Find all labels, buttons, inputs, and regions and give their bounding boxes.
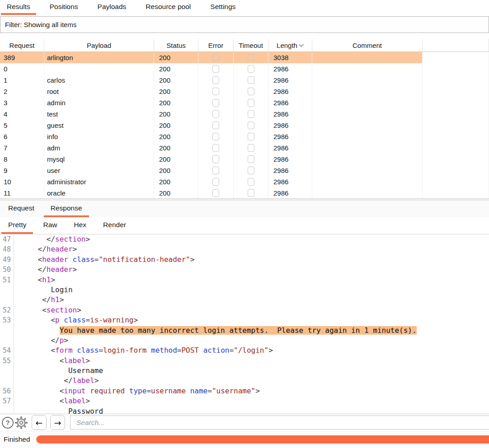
cell-status: 200 — [154, 154, 198, 165]
table-row[interactable]: 02002986 — [0, 63, 489, 75]
timeout-checkbox[interactable] — [248, 121, 254, 129]
code-line: 55 <label> — [0, 356, 489, 366]
help-icon[interactable]: ? — [2, 417, 14, 429]
cell-payload — [44, 63, 154, 75]
code-line: Login — [0, 285, 489, 295]
column-header-comment[interactable]: Comment — [312, 39, 423, 51]
error-checkbox[interactable] — [212, 144, 219, 152]
message-tab-request[interactable]: Request — [1, 201, 41, 217]
cell-request: 11 — [0, 187, 44, 199]
cell-length: 2986 — [268, 86, 312, 97]
error-checkbox[interactable] — [212, 133, 219, 140]
cell-request: 7 — [0, 142, 44, 154]
table-row[interactable]: 7adm2002986 — [0, 142, 489, 154]
timeout-checkbox[interactable] — [248, 54, 254, 61]
code-line: 49 <header class="notification-header"> — [0, 255, 489, 265]
table-row[interactable]: 10administrator2002986 — [0, 176, 489, 187]
view-tab-hex[interactable]: Hex — [67, 217, 94, 234]
tab-results[interactable]: Results — [1, 0, 36, 15]
cell-payload: arlington — [44, 52, 154, 63]
cell-comment — [312, 108, 423, 120]
view-tab-bar: PrettyRawHexRender — [0, 217, 489, 234]
timeout-checkbox[interactable] — [248, 110, 254, 118]
line-number: 51 — [0, 275, 14, 285]
timeout-checkbox[interactable] — [248, 133, 254, 140]
table-row[interactable]: 8mysql2002986 — [0, 154, 489, 165]
table-row[interactable]: 9user2002986 — [0, 165, 489, 176]
cell-length: 2986 — [268, 97, 312, 108]
timeout-checkbox[interactable] — [248, 99, 254, 107]
error-checkbox[interactable] — [212, 189, 219, 197]
table-row[interactable]: 11oracle2002986 — [0, 187, 489, 199]
tab-positions[interactable]: Positions — [44, 0, 84, 15]
cell-status: 200 — [154, 165, 198, 176]
table-row[interactable]: 6info2002986 — [0, 131, 489, 142]
filter-bar[interactable]: Filter: Showing all items — [0, 16, 489, 33]
gear-icon[interactable] — [14, 416, 28, 429]
column-header-error[interactable]: Error — [198, 39, 234, 51]
error-checkbox[interactable] — [212, 121, 219, 129]
table-row[interactable]: 1carlos2002986 — [0, 75, 489, 86]
back-button[interactable]: ← — [32, 415, 47, 430]
cell-payload: carlos — [44, 75, 154, 86]
tab-resource-pool[interactable]: Resource pool — [140, 0, 197, 15]
table-row[interactable]: 4test2002986 — [0, 108, 489, 120]
view-tab-raw[interactable]: Raw — [36, 217, 64, 234]
cell-payload: admin — [44, 97, 154, 108]
cell-length: 2986 — [268, 131, 312, 142]
table-row[interactable]: 5guest2002986 — [0, 120, 489, 131]
timeout-checkbox[interactable] — [248, 167, 254, 174]
code-line: 47 </section> — [0, 234, 489, 244]
line-number — [0, 285, 14, 295]
cell-status: 200 — [154, 142, 198, 154]
line-number: 56 — [0, 386, 14, 396]
column-header-payload[interactable]: Payload — [44, 39, 154, 51]
timeout-checkbox[interactable] — [248, 76, 254, 84]
cell-length: 2986 — [268, 187, 312, 199]
timeout-checkbox[interactable] — [248, 144, 254, 152]
cell-length: 2986 — [268, 63, 312, 75]
table-row[interactable]: 2root2002986 — [0, 86, 489, 97]
error-checkbox[interactable] — [212, 155, 219, 163]
code-line: 51 <h1> — [0, 275, 489, 285]
error-checkbox[interactable] — [212, 54, 219, 61]
column-header-status[interactable]: Status — [154, 39, 198, 51]
timeout-checkbox[interactable] — [248, 178, 254, 186]
line-number: 55 — [0, 356, 14, 366]
message-tab-response[interactable]: Response — [44, 201, 89, 217]
tab-settings[interactable]: Settings — [204, 0, 241, 15]
error-checkbox[interactable] — [212, 110, 219, 118]
line-number: 54 — [0, 345, 14, 355]
column-header-length[interactable]: Length — [268, 39, 312, 51]
table-row[interactable]: 3admin2002986 — [0, 97, 489, 108]
line-number: 49 — [0, 255, 14, 265]
line-number: 47 — [0, 234, 14, 244]
column-header-timeout[interactable]: Timeout — [234, 39, 268, 51]
cell-request: 5 — [0, 120, 44, 131]
response-editor[interactable]: 47 </section>48 </header>49 <header clas… — [0, 234, 489, 414]
code-line: Username — [0, 366, 489, 376]
timeout-checkbox[interactable] — [248, 155, 254, 163]
tab-payloads[interactable]: Payloads — [92, 0, 132, 15]
table-row[interactable]: 389arlington2003038 — [0, 52, 489, 63]
cell-length: 2986 — [268, 165, 312, 176]
cell-request: 6 — [0, 131, 44, 142]
error-checkbox[interactable] — [212, 99, 219, 107]
timeout-checkbox[interactable] — [248, 65, 254, 73]
view-tab-pretty[interactable]: Pretty — [1, 217, 33, 234]
timeout-checkbox[interactable] — [248, 189, 254, 197]
error-checkbox[interactable] — [212, 76, 219, 84]
cell-length: 2986 — [268, 108, 312, 120]
column-header-request[interactable]: Request — [0, 39, 44, 51]
error-checkbox[interactable] — [212, 65, 219, 73]
cell-request: 1 — [0, 75, 44, 86]
error-checkbox[interactable] — [212, 88, 219, 95]
forward-button[interactable]: → — [50, 415, 65, 430]
error-checkbox[interactable] — [212, 178, 219, 186]
line-number — [0, 326, 14, 336]
code-line: </h1> — [0, 295, 489, 305]
search-input[interactable] — [70, 415, 489, 429]
timeout-checkbox[interactable] — [248, 88, 254, 95]
error-checkbox[interactable] — [212, 167, 219, 174]
view-tab-render[interactable]: Render — [96, 217, 133, 234]
